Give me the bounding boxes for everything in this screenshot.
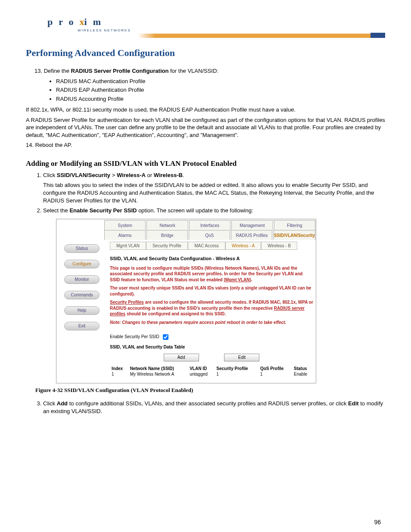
enable-security-per-ssid: Enable Security Per SSID <box>110 333 313 341</box>
nav-monitor[interactable]: Monitor <box>64 275 100 284</box>
nav-exit[interactable]: Exit <box>64 322 100 330</box>
radius-profiles-list: RADIUS MAC Authentication Profile RADIUS… <box>56 78 385 103</box>
logo-x: x <box>80 16 84 27</box>
enable-security-per-ssid-checkbox[interactable] <box>163 334 168 340</box>
tab-management[interactable]: Management <box>231 220 273 230</box>
edit-button[interactable]: Edit <box>224 354 259 361</box>
ssid-vlan-table: Index Network Name (SSID) VLAN ID Securi… <box>110 366 313 377</box>
subheading: Adding or Modifying an SSID/VLAN with VL… <box>26 159 385 168</box>
nav-status[interactable]: Status <box>64 244 100 253</box>
step-2: Select the Enable Security Per SSID opti… <box>43 207 385 215</box>
subtab-security-profile[interactable]: Security Profile <box>146 242 188 250</box>
list-item: RADIUS EAP Authentication Profile <box>56 86 385 94</box>
checkbox-label: Enable Security Per SSID <box>110 334 159 339</box>
top-tabs-row2: Alarms Bridge QoS RADIUS Profiles SSID/V… <box>104 230 316 240</box>
logo-part: pro <box>47 16 80 27</box>
subtab-mac-access[interactable]: MAC Access <box>188 242 225 250</box>
add-button[interactable]: Add <box>164 354 199 361</box>
procedure-list: Click SSID/VLAN/Security > Wireless-A or… <box>43 171 385 215</box>
tab-system[interactable]: System <box>104 220 146 230</box>
logo: proxim <box>47 16 107 28</box>
step-14: 14. Reboot the AP. <box>26 141 385 149</box>
step-3: Click Add to configure additional SSIDs,… <box>43 400 385 415</box>
page-number: 96 <box>374 519 381 526</box>
sub-tabs: Mgmt VLAN Security Profile MAC Access Wi… <box>110 242 313 250</box>
nav-configure[interactable]: Configure <box>64 260 100 268</box>
top-tabs-row1: System Network Interfaces Management Fil… <box>104 219 316 230</box>
list-item: RADIUS Accounting Profile <box>56 95 385 103</box>
tab-interfaces[interactable]: Interfaces <box>189 220 230 230</box>
tab-filtering[interactable]: Filtering <box>274 220 315 230</box>
step-1: Click SSID/VLAN/Security > Wireless-A or… <box>43 171 385 204</box>
panel-desc: The user must specify unique SSIDs and V… <box>110 285 313 297</box>
screenshot-figure: System Network Interfaces Management Fil… <box>56 219 316 384</box>
step-desc: This tab allows you to select the index … <box>43 181 385 204</box>
header-banner: proxim WIRELESS NETWORKS <box>26 13 385 43</box>
security-profiles-link[interactable]: Security Profiles <box>110 300 144 305</box>
nav-commands[interactable]: Commands <box>64 291 100 299</box>
subtab-wireless-a[interactable]: Wireless - A <box>225 242 261 250</box>
paragraph: A RADIUS Server Profile for authenticati… <box>26 116 385 139</box>
logo-subtitle: WIRELESS NETWORKS <box>78 28 131 32</box>
procedure-list-cont: Click Add to configure additional SSIDs,… <box>43 400 385 415</box>
panel-title: SSID, VLAN, and Security Data Configurat… <box>110 256 313 261</box>
step-13: 13. Define the RADIUS Server Profile Con… <box>34 67 385 75</box>
subtab-wireless-b[interactable]: Wireless - B <box>261 242 297 250</box>
col-qos-profile: QoS Profile <box>258 366 292 371</box>
col-security-profile: Security Profile <box>215 366 258 371</box>
tab-network[interactable]: Network <box>146 220 188 230</box>
tab-ssid-vlan-security[interactable]: SSID/VLAN/Security <box>273 230 315 240</box>
table-buttons: Add Edit <box>110 354 313 361</box>
table-header: Index Network Name (SSID) VLAN ID Securi… <box>110 366 313 371</box>
col-index: Index <box>110 366 128 371</box>
left-nav: Status Configure Monitor Commands Help E… <box>56 240 107 383</box>
figure-caption: Figure 4-32 SSID/VLAN Configuration (VLA… <box>35 387 385 394</box>
nav-help[interactable]: Help <box>64 306 100 315</box>
mgmt-vlan-link[interactable]: (Mgmt VLAN) <box>224 277 251 282</box>
tab-qos[interactable]: QoS <box>189 230 230 240</box>
logo-part: im <box>84 16 107 27</box>
paragraph: If 802.1x, WPA, or 802.11i security mode… <box>26 106 385 114</box>
panel-desc: This page is used to configure multiple … <box>110 265 313 283</box>
page-title: Performing Advanced Configuration <box>26 47 385 59</box>
table-row[interactable]: 1 My Wireless Network A untagged 1 1 Ena… <box>110 371 313 377</box>
tab-alarms[interactable]: Alarms <box>104 230 146 240</box>
col-ssid: Network Name (SSID) <box>128 366 188 371</box>
col-vlan-id: VLAN ID <box>188 366 215 371</box>
data-table-title: SSID, VLAN, and Security Data Table <box>110 345 313 349</box>
col-status: Status <box>292 366 313 371</box>
panel-note: Note: Changes to these parameters requir… <box>110 320 313 326</box>
banner-decoration <box>371 33 385 38</box>
tab-radius-profiles[interactable]: RADIUS Profiles <box>231 230 272 240</box>
panel-desc: Security Profiles are used to configure … <box>110 299 313 317</box>
list-item: RADIUS MAC Authentication Profile <box>56 78 385 85</box>
tab-bridge[interactable]: Bridge <box>146 230 188 240</box>
banner-decoration <box>138 34 385 38</box>
subtab-mgmt-vlan[interactable]: Mgmt VLAN <box>110 242 146 250</box>
